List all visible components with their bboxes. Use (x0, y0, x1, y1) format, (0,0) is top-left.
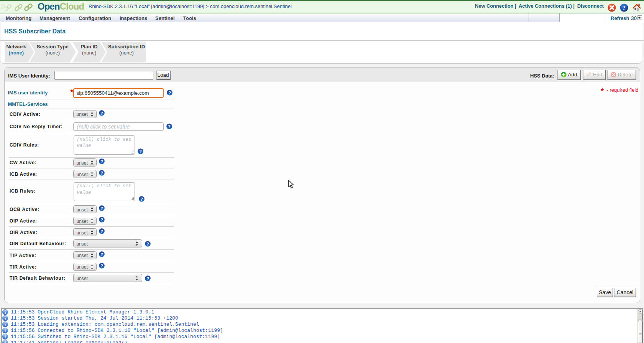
svg-text:?: ? (623, 5, 626, 11)
